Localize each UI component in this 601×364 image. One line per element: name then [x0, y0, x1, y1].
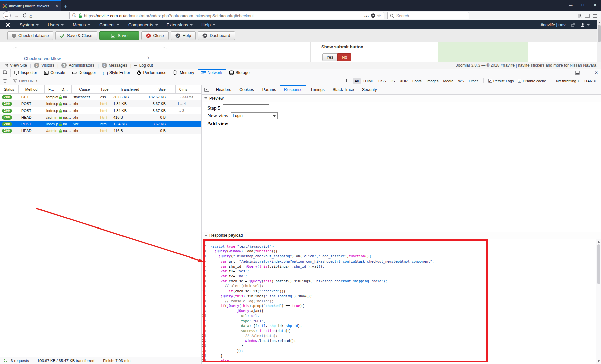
site-preview-link[interactable]: #navlife | nav…	[541, 23, 575, 27]
column-header-method[interactable]: Method	[19, 85, 45, 93]
log-out-link[interactable]: Log out	[134, 63, 153, 68]
scrollbar-thumb[interactable]	[598, 25, 601, 42]
column-header-type[interactable]: Type	[98, 85, 111, 93]
detail-tab-params[interactable]: Params	[258, 85, 280, 94]
menu-item-components[interactable]: Components	[124, 20, 162, 29]
column-header-f[interactable]: F…	[45, 85, 58, 93]
clear-requests-button[interactable]	[0, 77, 10, 85]
toggle-no-button[interactable]: No	[337, 53, 351, 61]
network-request-row[interactable]: 200HEAD/admin…na…xhrhtml416 B0 B	[0, 114, 201, 121]
code-scrollbar[interactable]	[596, 239, 601, 364]
page-scrollbar[interactable]	[597, 20, 601, 62]
help-button[interactable]: ?Help	[171, 31, 196, 40]
check-database-button[interactable]: Check database	[7, 31, 53, 40]
detail-tab-timings[interactable]: Timings	[306, 85, 329, 94]
column-header-timeline[interactable]: 0 ms	[176, 85, 201, 93]
devtools-tab-style-editor[interactable]: { }Style Editor	[100, 69, 133, 77]
page-actions-icon[interactable]: •••	[364, 14, 370, 18]
disable-cache-checkbox[interactable]: Disable cache	[518, 79, 546, 83]
response-payload-header[interactable]: Response payload	[202, 232, 601, 239]
filter-fonts[interactable]: Fonts	[410, 78, 424, 84]
throttling-select[interactable]: No throttling	[556, 79, 580, 83]
save-close-button[interactable]: Save & Close	[55, 31, 97, 40]
persist-logs-checkbox[interactable]: Persist Logs	[488, 79, 514, 83]
add-view-button[interactable]: Add view	[207, 120, 601, 126]
menu-item-content[interactable]: Content	[95, 20, 124, 29]
user-menu-button[interactable]	[580, 23, 590, 27]
filter-js[interactable]: JS	[389, 78, 397, 84]
filter-urls-input[interactable]: Filter URLs	[13, 79, 37, 83]
new-view-select[interactable]: Login	[231, 112, 278, 119]
bookmark-star-icon[interactable]: ☆	[377, 13, 381, 18]
pocket-shield-icon[interactable]	[371, 13, 375, 18]
filter-media[interactable]: Media	[441, 78, 456, 84]
window-close-button[interactable]: ✕	[589, 0, 601, 10]
devtools-tab-network[interactable]: Network	[198, 69, 226, 77]
checkout-workflow-link[interactable]: Checkout workflow	[24, 56, 61, 61]
network-request-row[interactable]: 200HEAD/admin…na…xhrhtml416 B0 B	[0, 127, 201, 134]
library-icon[interactable]	[577, 13, 582, 18]
menu-hamburger-icon[interactable]	[592, 14, 597, 18]
reload-button[interactable]	[22, 13, 27, 18]
pause-recording-button[interactable]	[346, 79, 348, 82]
detail-tab-headers[interactable]: Headers	[212, 85, 235, 94]
preview-section-header[interactable]: Preview	[202, 95, 601, 102]
devtools-tab-performance[interactable]: Performance	[133, 69, 170, 77]
save-button[interactable]: Save	[99, 31, 139, 40]
browser-tab[interactable]: #navlife | navlife stickers and m ✕	[0, 0, 61, 11]
network-request-row[interactable]: 200POSTindex.p…na…xhrhtml1.34 KB3.67 KB→…	[0, 100, 201, 107]
filter-images[interactable]: Images	[424, 78, 440, 84]
devtools-tab-storage[interactable]: Storage	[226, 69, 253, 77]
filter-ws[interactable]: WS	[456, 78, 466, 84]
element-picker-button[interactable]	[0, 69, 11, 77]
forward-button[interactable]: →	[13, 13, 20, 18]
administrators-stat[interactable]: 3Administrators	[61, 63, 94, 68]
home-button[interactable]: ⌂	[29, 13, 32, 19]
devtools-menu-icon[interactable]: ⋯	[582, 70, 592, 75]
devtools-tab-memory[interactable]: Memory	[170, 69, 197, 77]
view-site-link[interactable]: View Site	[5, 63, 27, 68]
menu-item-menus[interactable]: Menus	[68, 20, 95, 29]
devtools-tab-debugger[interactable]: Debugger	[69, 69, 100, 77]
har-menu[interactable]: HAR	[584, 79, 596, 83]
column-header-size[interactable]: Size	[148, 85, 176, 93]
visitors-stat[interactable]: 0Visitors	[34, 63, 54, 68]
network-request-row[interactable]: 200POSTindex.p…na…xhrhtml1.34 KB3.67 KB→…	[0, 107, 201, 114]
menu-item-extensions[interactable]: Extensions	[162, 20, 197, 29]
toggle-yes-button[interactable]: Yes	[322, 53, 337, 61]
checkout-workflow-panel[interactable]: Checkout workflow ›	[13, 47, 167, 62]
scrollbar-thumb[interactable]	[597, 244, 600, 284]
column-header-d[interactable]: D…	[58, 85, 72, 93]
url-bar[interactable]: ⓘ https://navlife.com.au/administrator/i…	[69, 12, 384, 19]
network-request-row[interactable]: 200POSTindex.p…na…xhrhtml1.34 KB3.67 KB	[0, 121, 201, 127]
messages-stat[interactable]: 0Messages	[102, 63, 127, 68]
filter-xhr[interactable]: XHR	[398, 78, 410, 84]
dock-to-bottom-icon[interactable]	[573, 71, 582, 75]
menu-item-help[interactable]: Help	[197, 20, 220, 29]
filter-other[interactable]: Other	[467, 78, 480, 84]
window-minimize-button[interactable]: —	[565, 0, 577, 10]
column-header-status[interactable]: Status	[0, 85, 19, 93]
search-bar[interactable]: Search	[387, 12, 469, 19]
filter-all[interactable]: All	[353, 78, 361, 84]
scroll-up-arrow-icon[interactable]	[598, 22, 600, 23]
tab-close-icon[interactable]: ✕	[56, 4, 58, 8]
scroll-up-arrow-icon[interactable]	[598, 241, 600, 243]
window-maximize-button[interactable]: □	[577, 0, 589, 10]
detail-tab-cookies[interactable]: Cookies	[235, 85, 258, 94]
detail-tab-response[interactable]: Response	[280, 85, 306, 94]
page-info-icon[interactable]: ⓘ	[72, 13, 76, 19]
column-header-transferred[interactable]: Transferred	[111, 85, 148, 93]
menu-item-users[interactable]: Users	[43, 20, 68, 29]
sidebar-icon[interactable]	[585, 13, 590, 18]
close-button[interactable]: Close	[141, 31, 169, 40]
network-request-row[interactable]: 200GETtemplat…na…stylesheetcss30.65 KB18…	[0, 94, 201, 100]
detail-tab-security[interactable]: Security	[358, 85, 381, 94]
scroll-down-arrow-icon[interactable]	[598, 360, 600, 362]
expand-panel-icon[interactable]	[202, 85, 212, 94]
filter-css[interactable]: CSS	[376, 78, 388, 84]
detail-tab-stack-trace[interactable]: Stack Trace	[329, 85, 358, 94]
devtools-tab-console[interactable]: Console	[40, 69, 69, 77]
new-tab-button[interactable]: +	[64, 3, 67, 10]
dashboard-button[interactable]: Dashboard	[198, 31, 235, 40]
